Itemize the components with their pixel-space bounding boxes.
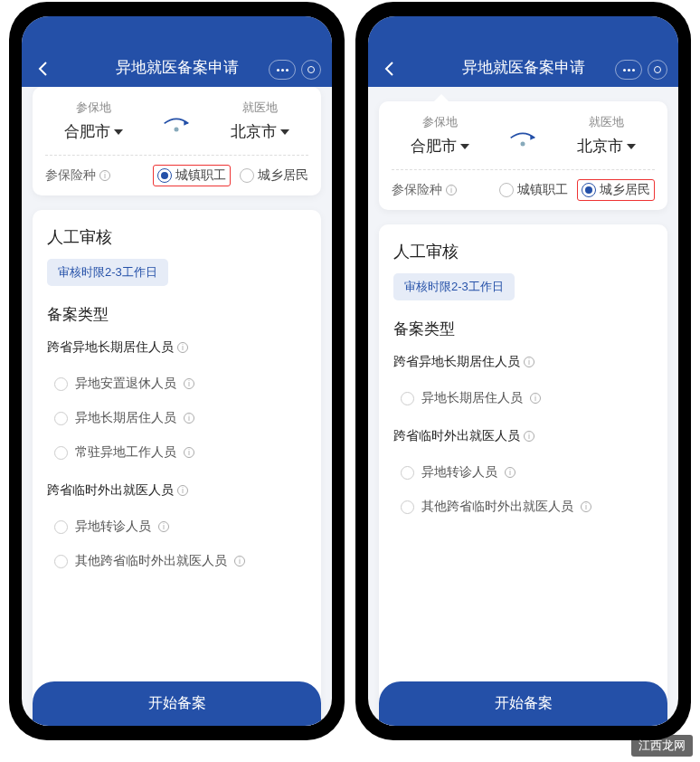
mini-program-controls: [615, 60, 667, 80]
option-retired[interactable]: 异地安置退休人员i: [47, 367, 307, 401]
type-title: 备案类型: [393, 319, 653, 339]
insure-type-label: 参保险种: [392, 182, 442, 198]
insured-loc-label: 参保地: [64, 100, 123, 116]
treat-loc-value: 北京市: [231, 121, 277, 142]
info-icon[interactable]: i: [446, 185, 457, 195]
page-title: 异地就医备案申请: [462, 57, 585, 78]
group-long-term: 跨省异地长期居住人员i: [47, 339, 307, 356]
location-card: 参保地 合肥市 就医地 北京市 参保险种i 城镇职工: [33, 87, 321, 195]
svg-point-0: [175, 128, 179, 132]
info-icon[interactable]: i: [581, 501, 591, 512]
close-icon[interactable]: [301, 60, 321, 80]
submit-button[interactable]: 开始备案: [33, 681, 321, 726]
treatment-location[interactable]: 就医地 北京市: [231, 100, 289, 142]
info-icon[interactable]: i: [524, 357, 534, 367]
option-referral[interactable]: 异地转诊人员i: [393, 455, 653, 490]
insured-loc-value: 合肥市: [64, 121, 110, 142]
info-icon[interactable]: i: [524, 431, 534, 442]
info-icon[interactable]: i: [530, 393, 541, 404]
review-badge: 审核时限2-3工作日: [393, 273, 515, 300]
option-other-temp[interactable]: 其他跨省临时外出就医人员i: [47, 544, 307, 578]
option-long-residence[interactable]: 异地长期居住人员i: [47, 401, 307, 435]
insurance-type-row: 参保险种i 城镇职工 城乡居民: [45, 165, 308, 186]
group-temporary: 跨省临时外出就医人员i: [393, 428, 653, 444]
info-icon[interactable]: i: [99, 170, 110, 181]
screen: 异地就医备案申请 参保地 合肥市 就医地: [368, 16, 678, 726]
radio-urban-rural[interactable]: 城乡居民: [577, 179, 655, 201]
header: 异地就医备案申请: [368, 16, 678, 87]
option-referral[interactable]: 异地转诊人员i: [47, 510, 307, 544]
mini-program-controls: [269, 60, 321, 80]
phone-right: 异地就医备案申请 参保地 合肥市 就医地: [355, 2, 691, 740]
option-other-temp[interactable]: 其他跨省临时外出就医人员i: [393, 490, 653, 524]
review-title: 人工审核: [47, 226, 307, 248]
info-icon[interactable]: i: [184, 378, 194, 389]
chevron-down-icon: [460, 144, 469, 149]
back-icon[interactable]: [34, 60, 52, 78]
close-icon[interactable]: [648, 60, 667, 80]
more-icon[interactable]: [269, 60, 296, 80]
radio-urban-rural[interactable]: 城乡居民: [240, 167, 308, 184]
radio-urban-employee[interactable]: 城镇职工: [153, 165, 231, 186]
option-long-residence[interactable]: 异地长期居住人员i: [393, 381, 653, 415]
insure-type-label: 参保险种: [45, 167, 96, 184]
review-card: 人工审核 审核时限2-3工作日 备案类型 跨省异地长期居住人员i 异地长期居住人…: [379, 224, 667, 726]
treatment-location[interactable]: 就医地 北京市: [577, 114, 636, 157]
phone-left: 异地就医备案申请 参保地 合肥市 就医地: [9, 2, 345, 740]
more-icon[interactable]: [615, 60, 642, 80]
treat-loc-label: 就医地: [231, 100, 289, 116]
review-card: 人工审核 审核时限2-3工作日 备案类型 跨省异地长期居住人员i 异地安置退休人…: [33, 210, 321, 726]
review-badge: 审核时限2-3工作日: [47, 259, 168, 286]
page-title: 异地就医备案申请: [116, 57, 239, 78]
insured-loc-value: 合肥市: [411, 136, 457, 157]
info-icon[interactable]: i: [234, 556, 245, 567]
chevron-down-icon: [114, 129, 123, 135]
radio-urban-employee[interactable]: 城镇职工: [499, 182, 568, 198]
treat-loc-value: 北京市: [577, 136, 623, 157]
info-icon[interactable]: i: [184, 447, 194, 458]
treat-loc-label: 就医地: [577, 114, 636, 130]
insured-loc-label: 参保地: [411, 114, 469, 130]
submit-button[interactable]: 开始备案: [379, 681, 667, 726]
chevron-down-icon: [627, 144, 636, 149]
info-icon[interactable]: i: [177, 342, 188, 353]
pointer-arrow: [433, 94, 449, 102]
watermark: 江西龙网: [631, 735, 693, 757]
type-title: 备案类型: [47, 304, 307, 325]
header: 异地就医备案申请: [22, 16, 332, 87]
info-icon[interactable]: i: [505, 467, 516, 478]
back-icon[interactable]: [381, 60, 399, 78]
insured-location[interactable]: 参保地 合肥市: [64, 100, 123, 142]
swap-icon: [161, 116, 192, 134]
info-icon[interactable]: i: [184, 413, 194, 424]
group-long-term: 跨省异地长期居住人员i: [393, 354, 653, 370]
screen: 异地就医备案申请 参保地 合肥市 就医地: [22, 16, 332, 726]
info-icon[interactable]: i: [177, 485, 188, 496]
group-temporary: 跨省临时外出就医人员i: [47, 482, 307, 499]
insurance-type-row: 参保险种i 城镇职工 城乡居民: [392, 179, 655, 201]
info-icon[interactable]: i: [158, 521, 169, 532]
location-card: 参保地 合肥市 就医地 北京市 参保险种i 城镇职工: [379, 101, 667, 210]
swap-icon: [507, 130, 538, 148]
option-work-stationed[interactable]: 常驻异地工作人员i: [47, 435, 307, 470]
insured-location[interactable]: 参保地 合肥市: [411, 114, 469, 157]
review-title: 人工审核: [393, 241, 653, 262]
svg-point-1: [521, 142, 525, 147]
chevron-down-icon: [280, 129, 289, 135]
